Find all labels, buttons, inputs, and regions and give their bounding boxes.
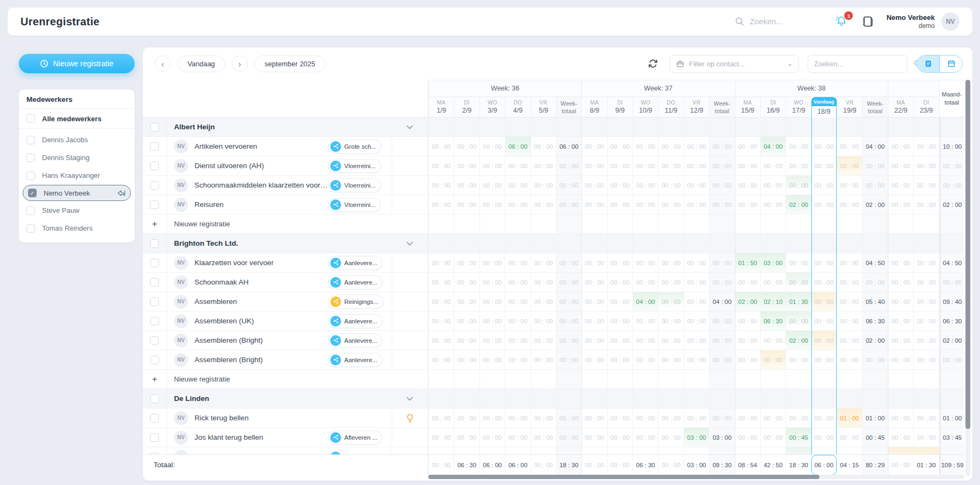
time-cell[interactable]: 00 : 00 (658, 195, 683, 214)
time-cell[interactable]: 00 : 00 (556, 311, 581, 331)
time-cell[interactable]: 09 : 30 (709, 455, 734, 475)
task-badge[interactable]: Grote sch... (328, 140, 381, 154)
time-cell[interactable] (581, 370, 607, 389)
time-cell[interactable]: 00 : 00 (505, 408, 530, 428)
time-cell[interactable]: 00 : 00 (658, 156, 683, 176)
time-cell[interactable] (939, 370, 964, 389)
time-cell[interactable]: 00 : 00 (428, 311, 454, 331)
time-cell[interactable]: 03 : 00 (760, 253, 786, 273)
time-cell[interactable] (556, 234, 581, 253)
time-cell[interactable]: 00 : 00 (658, 350, 683, 370)
time-cell[interactable]: 00 : 00 (786, 311, 811, 331)
checkbox[interactable] (26, 171, 35, 180)
time-cell[interactable] (862, 234, 887, 253)
new-registration-row[interactable]: +Nieuwe registratie (143, 370, 964, 389)
time-cell[interactable]: 00 : 00 (505, 292, 530, 311)
time-cell[interactable]: 00 : 00 (709, 156, 734, 176)
time-cell[interactable]: 00 : 00 (760, 176, 786, 195)
task-badge[interactable]: Vloerreini... (328, 159, 381, 173)
time-cell[interactable]: 00 : 00 (581, 447, 607, 454)
time-cell[interactable]: 06 : 00 (811, 455, 837, 475)
time-cell[interactable]: 00 : 00 (633, 273, 658, 292)
row-checkbox[interactable] (150, 200, 159, 209)
time-cell[interactable] (505, 370, 530, 389)
time-cell[interactable]: 00 : 00 (837, 447, 862, 454)
time-cell[interactable]: 00 : 00 (479, 350, 505, 370)
time-cell[interactable]: 00 : 00 (913, 195, 939, 214)
time-cell[interactable]: 02 : 00 (735, 292, 760, 311)
time-cell[interactable] (811, 389, 837, 408)
group-checkbox[interactable] (150, 123, 159, 131)
task-name[interactable]: Assembleren (Bright) (194, 356, 263, 364)
task-name[interactable]: Assembleren (194, 297, 237, 306)
time-cell[interactable]: 00 : 00 (888, 273, 913, 292)
group-checkbox[interactable] (150, 239, 159, 248)
time-cell[interactable] (888, 370, 913, 389)
time-cell[interactable] (454, 234, 479, 253)
time-cell[interactable]: 00 : 00 (786, 447, 811, 454)
time-cell[interactable]: 00 : 00 (607, 311, 633, 331)
time-cell[interactable]: 00 : 00 (479, 176, 505, 195)
time-cell[interactable] (428, 117, 454, 137)
time-cell[interactable] (709, 389, 734, 408)
time-cell[interactable]: 00 : 00 (479, 331, 505, 350)
time-cell[interactable]: 00 : 00 (684, 331, 709, 350)
time-cell[interactable] (709, 234, 734, 253)
time-cell[interactable] (811, 234, 837, 253)
time-cell[interactable]: 00 : 00 (888, 292, 913, 311)
time-cell[interactable]: 00 : 00 (913, 156, 939, 176)
time-cell[interactable] (786, 370, 811, 389)
assign-arrow-icon[interactable] (116, 189, 126, 197)
time-cell[interactable]: 00 : 00 (581, 408, 607, 428)
time-cell[interactable]: 00 : 00 (454, 311, 479, 331)
task-badge[interactable]: Aanlevere... (328, 353, 383, 367)
vertical-scrollbar-thumb[interactable] (965, 80, 970, 429)
time-cell[interactable]: 109 : 59 (939, 455, 964, 475)
time-cell[interactable] (633, 389, 658, 408)
today-button[interactable]: Vandaag (177, 56, 225, 72)
time-cell[interactable]: 00 : 00 (888, 331, 913, 350)
time-cell[interactable]: 00 : 00 (811, 156, 837, 176)
time-cell[interactable]: 00 : 00 (428, 156, 454, 176)
time-cell[interactable]: 00 : 00 (684, 292, 709, 311)
time-cell[interactable] (479, 234, 505, 253)
time-cell[interactable] (479, 117, 505, 137)
time-cell[interactable]: 00 : 00 (556, 447, 581, 454)
time-cell[interactable]: 00 : 00 (837, 428, 862, 447)
time-cell[interactable]: 00 : 00 (454, 273, 479, 292)
new-registration-label[interactable]: Nieuwe registratie (174, 375, 230, 383)
task-name[interactable]: Assembleren (UK) (194, 317, 254, 325)
task-name[interactable]: Reisuren (194, 200, 224, 209)
day-header-today[interactable]: Vandaag18/9 (811, 97, 837, 117)
time-cell[interactable]: 00 : 00 (913, 428, 939, 447)
time-cell[interactable]: 00 : 00 (531, 447, 556, 454)
task-name[interactable]: Dienst uitvoeren (AH) (194, 162, 264, 170)
time-cell[interactable]: 00 : 00 (633, 447, 658, 454)
task-name[interactable]: Schoonmaakmiddelen klaarzetten voor tr..… (194, 181, 328, 189)
checkbox[interactable] (26, 206, 35, 215)
time-cell[interactable]: 00 : 00 (939, 176, 964, 195)
time-cell[interactable]: 00 : 00 (454, 428, 479, 447)
time-cell[interactable]: 80 : 29 (862, 455, 887, 475)
time-cell[interactable]: 00 : 00 (556, 331, 581, 350)
time-cell[interactable]: 00 : 00 (479, 447, 505, 454)
time-cell[interactable] (913, 234, 939, 253)
time-cell[interactable]: 06 : 30 (939, 311, 964, 331)
time-cell[interactable]: 00 : 00 (505, 273, 530, 292)
time-cell[interactable]: 02 : 10 (760, 292, 786, 311)
time-cell[interactable] (607, 117, 633, 137)
task-name[interactable]: Klaarzetten voor vervoer (194, 259, 274, 267)
time-cell[interactable]: 00 : 00 (837, 195, 862, 214)
time-cell[interactable] (939, 214, 964, 234)
time-cell[interactable]: 01 : 30 (913, 455, 939, 475)
time-cell[interactable]: 00 : 00 (633, 137, 658, 156)
time-cell[interactable]: 00 : 00 (888, 156, 913, 176)
time-cell[interactable] (939, 117, 964, 137)
time-cell[interactable]: 00 : 00 (862, 176, 887, 195)
time-cell[interactable]: 00 : 00 (913, 273, 939, 292)
time-cell[interactable]: 03 : 00 (684, 455, 709, 475)
time-cell[interactable]: 00 : 00 (607, 195, 633, 214)
time-cell[interactable] (581, 389, 607, 408)
time-cell[interactable] (505, 234, 530, 253)
time-cell[interactable] (581, 214, 607, 234)
